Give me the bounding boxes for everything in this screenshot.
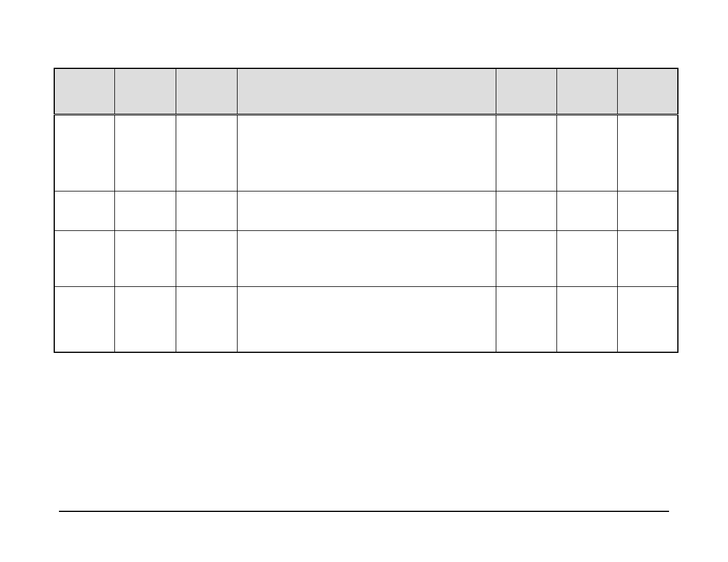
table-cell (54, 231, 115, 287)
table-cell (54, 191, 115, 231)
data-table (54, 68, 678, 353)
table-cell (496, 287, 557, 353)
page (0, 0, 728, 562)
table-cell (176, 191, 238, 231)
table-cell (237, 231, 496, 287)
table-cell (617, 231, 678, 287)
table-cell (237, 191, 496, 231)
table-cell (176, 115, 238, 191)
table-row (54, 191, 678, 231)
table-header-row (54, 68, 678, 115)
table-row (54, 287, 678, 353)
table-cell (237, 115, 496, 191)
table-cell (237, 287, 496, 353)
table-cell (617, 115, 678, 191)
table-cell (115, 231, 176, 287)
table-header-cell (617, 68, 678, 115)
table-row (54, 115, 678, 191)
table-header-cell (556, 68, 617, 115)
table-row (54, 231, 678, 287)
table-header-cell (176, 68, 238, 115)
table-cell (115, 191, 176, 231)
table-header-cell (496, 68, 557, 115)
table-cell (176, 231, 238, 287)
table-cell (115, 287, 176, 353)
table-cell (556, 191, 617, 231)
table-cell (617, 191, 678, 231)
table-cell (115, 115, 176, 191)
table-cell (176, 287, 238, 353)
table-header-cell (115, 68, 176, 115)
table-cell (496, 231, 557, 287)
table-cell (496, 191, 557, 231)
table-cell (54, 287, 115, 353)
table-header-cell (54, 68, 115, 115)
table-cell (54, 115, 115, 191)
table-cell (496, 115, 557, 191)
footer-rule (59, 511, 669, 512)
table-cell (556, 115, 617, 191)
table-header-cell (237, 68, 496, 115)
table-cell (556, 231, 617, 287)
table-cell (556, 287, 617, 353)
table-cell (617, 287, 678, 353)
